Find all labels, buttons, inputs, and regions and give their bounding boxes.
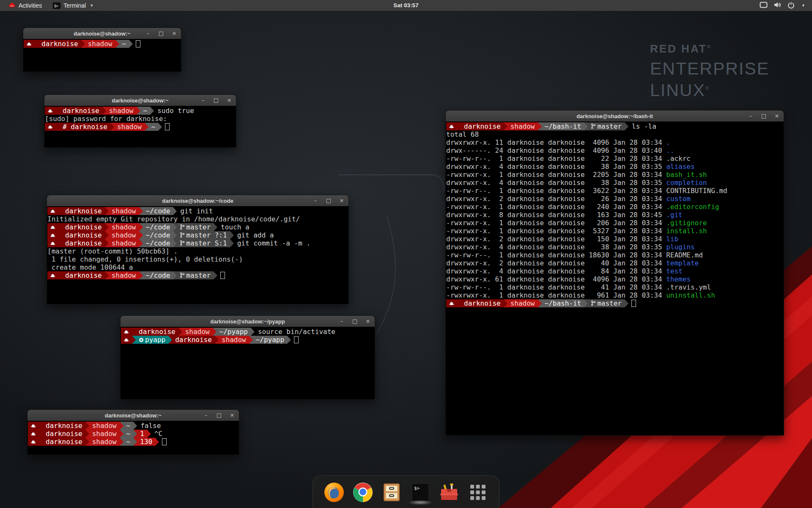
powerline-arrow: [139, 239, 143, 247]
output-line: -rwxrwxr-x. 1 darknoise darknoise 5327 J…: [446, 227, 782, 235]
dock-icon-files[interactable]: [381, 481, 403, 504]
powerline-segment-user: darknoise: [136, 328, 178, 336]
minimize-button[interactable]: –: [313, 195, 318, 206]
terminal-content[interactable]: darknoiseshadow~falsedarknoiseshadow~1^C…: [27, 421, 239, 455]
close-button[interactable]: ×: [226, 95, 232, 106]
window-titlebar[interactable]: darknoise@shadow:~–□×: [44, 95, 236, 106]
output-line: 1 file changed, 0 insertions(+), 0 delet…: [47, 255, 347, 263]
window-titlebar[interactable]: darknoise@shadow:~/code–□×: [47, 195, 348, 207]
window-titlebar[interactable]: darknoise@shadow:~/bash-it–□×: [446, 110, 784, 122]
registered-mark: ®: [705, 86, 710, 91]
powerline-arrow: [287, 336, 291, 344]
powerline-arrow: [230, 239, 234, 247]
powerline-segment-path: ~: [119, 40, 129, 48]
dock-icon-firefox[interactable]: [323, 481, 345, 504]
output-line: drwxrwxr-x. 4 darknoise darknoise 84 Jan…: [446, 267, 782, 275]
close-button[interactable]: ×: [339, 195, 345, 206]
prompt-line: darknoiseshadow~/codemaster S:1git commi…: [47, 239, 347, 247]
powerline-segment-hat: [121, 336, 132, 344]
powerline-arrow: [504, 122, 508, 130]
minimize-button[interactable]: –: [200, 95, 206, 106]
dock-icon-app-grid[interactable]: [467, 481, 489, 504]
output-line: -rwxrwxr-x. 1 darknoise darknoise 240 Ja…: [446, 203, 782, 211]
power-icon: [787, 2, 795, 10]
powerline-segment-host: shadow: [89, 422, 120, 430]
maximize-button[interactable]: □: [326, 195, 332, 206]
clock[interactable]: Sat 03:57: [388, 0, 423, 11]
maximize-button[interactable]: □: [761, 110, 767, 121]
maximize-button[interactable]: □: [216, 410, 222, 421]
prompt-line: darknoiseshadow~/codemastertouch a: [47, 223, 347, 231]
git-branch-icon: [180, 240, 185, 246]
powerline-arrow: [56, 107, 60, 115]
app-menu-terminal[interactable]: $> Terminal ▼: [49, 0, 98, 11]
close-button[interactable]: ×: [774, 110, 780, 121]
minimize-button[interactable]: –: [145, 28, 151, 39]
powerline-segment-path: ~: [123, 422, 134, 430]
git-branch-icon: [180, 224, 185, 230]
terminal-cursor: [162, 438, 167, 445]
dock-icon-terminal[interactable]: $>: [409, 481, 431, 504]
output-line: drwxrwxr-x. 61 darknoise darknoise 4096 …: [446, 275, 782, 283]
powerline-arrow: [625, 122, 628, 130]
powerline-segment-user: darknoise: [43, 430, 85, 438]
dock-icon-toolbox[interactable]: [438, 481, 460, 504]
terminal-content[interactable]: darknoiseshadow~: [23, 39, 181, 72]
powerline-arrow: [457, 299, 461, 307]
window-titlebar[interactable]: darknoise@shadow:~/pyapp–□×: [121, 316, 375, 327]
powerline-segment-path: ~/pyapp: [253, 336, 287, 344]
close-button[interactable]: ×: [229, 410, 235, 421]
close-button[interactable]: ×: [365, 316, 371, 327]
powerline-segment-user: darknoise: [43, 422, 85, 430]
output-line: total 68: [446, 130, 782, 138]
powerline-arrow: [58, 223, 62, 231]
powerline-segment-hat: [47, 207, 58, 215]
powerline-segment-user: darknoise: [62, 239, 105, 247]
minimize-button[interactable]: –: [203, 410, 209, 421]
system-status-area[interactable]: ▼: [756, 0, 809, 11]
svg-text:$>: $>: [54, 4, 58, 8]
chevron-down-icon: ▼: [90, 3, 93, 8]
redhat-icon: [50, 233, 55, 238]
minimize-button[interactable]: –: [339, 316, 345, 327]
terminal-content[interactable]: darknoiseshadow~sudo true[sudo] password…: [44, 106, 236, 147]
activities-button[interactable]: Activities: [4, 0, 46, 11]
powerline-segment-branch: master: [588, 299, 625, 307]
powerline-arrow: [39, 422, 43, 430]
powerline-arrow: [85, 430, 89, 438]
prompt-line: darknoiseshadow~/pyappsource bin/activat…: [121, 328, 373, 336]
powerline-arrow: [139, 231, 143, 239]
powerline-segment-path: ~/bash-it: [542, 299, 584, 307]
firefox-icon: [324, 482, 345, 503]
close-button[interactable]: ×: [171, 28, 177, 39]
terminal-window-1: darknoise@shadow:~–□×darknoiseshadow~: [23, 28, 181, 72]
terminal-content[interactable]: darknoiseshadow~/pyappsource bin/activat…: [121, 327, 375, 399]
powerline-segment-user: darknoise: [461, 122, 504, 130]
activities-label: Activities: [19, 2, 42, 9]
powerline-segment-host: shadow: [508, 122, 538, 130]
window-buttons: –□×: [203, 410, 235, 421]
powerline-segment-hat: [28, 422, 39, 430]
maximize-button[interactable]: □: [352, 316, 358, 327]
window-titlebar[interactable]: darknoise@shadow:~–□×: [27, 410, 239, 421]
maximize-button[interactable]: □: [158, 28, 164, 39]
powerline-segment-hat: [28, 430, 39, 438]
minimize-button[interactable]: –: [748, 110, 754, 121]
maximize-button[interactable]: □: [213, 95, 219, 106]
redhat-logo-icon: [8, 2, 16, 9]
powerline-segment-host: shadow: [219, 336, 249, 344]
powerline-arrow: [105, 271, 109, 279]
window-titlebar[interactable]: darknoise@shadow:~–□×: [23, 28, 181, 39]
terminal-content[interactable]: darknoiseshadow~/bash-itmasterls -latota…: [446, 121, 784, 435]
powerline-segment-host: shadow: [508, 299, 538, 307]
powerline-arrow: [173, 231, 177, 239]
chrome-icon: [352, 482, 373, 503]
rhel-branding: RED HAT® ENTERPRISE LINUX®: [650, 42, 769, 100]
terminal-cursor: [165, 123, 170, 130]
prompt-line: darknoiseshadow~false: [28, 422, 238, 430]
powerline-segment-branch: master ?:1: [177, 231, 230, 239]
powerline-segment-user: darknoise: [60, 107, 102, 115]
terminal-content[interactable]: darknoiseshadow~/codegit initInitialized…: [47, 206, 348, 304]
terminal-cursor: [136, 40, 140, 47]
dock-icon-chrome[interactable]: [352, 481, 374, 504]
